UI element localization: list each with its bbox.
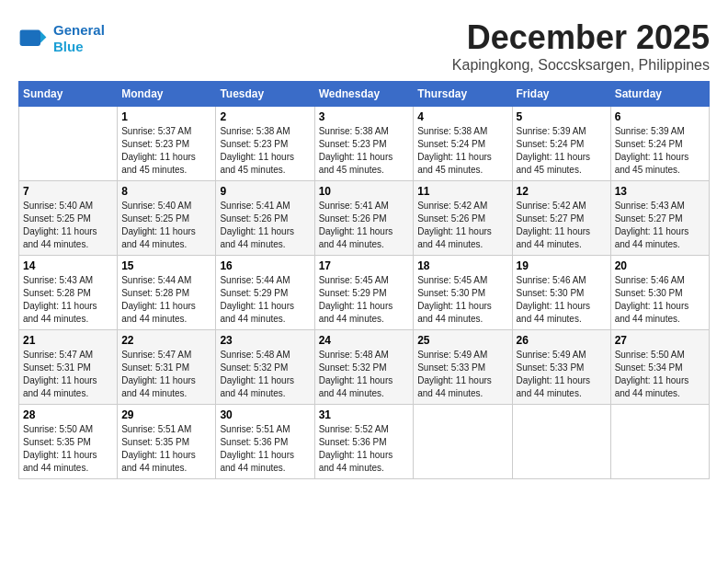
- day-info: Sunrise: 5:44 AM Sunset: 5:28 PM Dayligh…: [121, 274, 211, 326]
- day-number: 23: [220, 334, 310, 347]
- calendar-cell: 20Sunrise: 5:46 AM Sunset: 5:30 PM Dayli…: [610, 256, 709, 330]
- day-info: Sunrise: 5:38 AM Sunset: 5:23 PM Dayligh…: [319, 125, 410, 177]
- day-number: 5: [517, 110, 607, 123]
- day-number: 6: [615, 110, 705, 123]
- day-info: Sunrise: 5:43 AM Sunset: 5:28 PM Dayligh…: [23, 274, 113, 326]
- calendar-week-row: 1Sunrise: 5:37 AM Sunset: 5:23 PM Daylig…: [19, 107, 710, 181]
- calendar-cell: 15Sunrise: 5:44 AM Sunset: 5:28 PM Dayli…: [118, 256, 216, 330]
- calendar-day-header: Saturday: [610, 82, 709, 107]
- day-info: Sunrise: 5:50 AM Sunset: 5:35 PM Dayligh…: [23, 423, 113, 475]
- calendar-cell: 22Sunrise: 5:47 AM Sunset: 5:31 PM Dayli…: [118, 330, 216, 405]
- day-info: Sunrise: 5:49 AM Sunset: 5:33 PM Dayligh…: [517, 349, 607, 400]
- day-number: 13: [615, 185, 705, 198]
- calendar-cell: 2Sunrise: 5:38 AM Sunset: 5:23 PM Daylig…: [216, 107, 314, 181]
- day-number: 27: [615, 334, 705, 347]
- calendar-cell: 14Sunrise: 5:43 AM Sunset: 5:28 PM Dayli…: [19, 256, 118, 330]
- day-number: 12: [517, 185, 607, 198]
- day-number: 29: [121, 408, 211, 421]
- calendar-header-row: SundayMondayTuesdayWednesdayThursdayFrid…: [19, 82, 710, 107]
- day-info: Sunrise: 5:40 AM Sunset: 5:25 PM Dayligh…: [23, 200, 113, 251]
- day-number: 4: [417, 110, 507, 123]
- day-number: 16: [220, 259, 310, 272]
- day-number: 20: [615, 259, 705, 272]
- day-info: Sunrise: 5:39 AM Sunset: 5:24 PM Dayligh…: [517, 125, 607, 177]
- day-number: 28: [23, 408, 113, 421]
- day-info: Sunrise: 5:41 AM Sunset: 5:26 PM Dayligh…: [319, 200, 410, 251]
- calendar-cell: 8Sunrise: 5:40 AM Sunset: 5:25 PM Daylig…: [118, 181, 216, 256]
- main-title: December 2025: [452, 18, 710, 57]
- day-info: Sunrise: 5:45 AM Sunset: 5:29 PM Dayligh…: [319, 274, 410, 326]
- svg-rect-0: [20, 29, 40, 46]
- calendar-cell: 1Sunrise: 5:37 AM Sunset: 5:23 PM Daylig…: [118, 107, 216, 181]
- day-number: 18: [417, 259, 507, 272]
- calendar-cell: [512, 405, 610, 479]
- day-info: Sunrise: 5:39 AM Sunset: 5:24 PM Dayligh…: [615, 125, 705, 177]
- day-info: Sunrise: 5:51 AM Sunset: 5:36 PM Dayligh…: [220, 423, 310, 475]
- day-number: 22: [121, 334, 211, 347]
- day-info: Sunrise: 5:46 AM Sunset: 5:30 PM Dayligh…: [517, 274, 607, 326]
- logo: General Blue: [18, 22, 105, 55]
- day-number: 19: [517, 259, 607, 272]
- svg-marker-1: [40, 31, 46, 43]
- calendar-cell: 7Sunrise: 5:40 AM Sunset: 5:25 PM Daylig…: [19, 181, 118, 256]
- calendar-week-row: 28Sunrise: 5:50 AM Sunset: 5:35 PM Dayli…: [19, 405, 710, 479]
- day-number: 8: [121, 185, 211, 198]
- calendar-cell: 3Sunrise: 5:38 AM Sunset: 5:23 PM Daylig…: [314, 107, 414, 181]
- calendar-cell: 23Sunrise: 5:48 AM Sunset: 5:32 PM Dayli…: [216, 330, 314, 405]
- calendar-day-header: Monday: [118, 82, 216, 107]
- calendar-week-row: 7Sunrise: 5:40 AM Sunset: 5:25 PM Daylig…: [19, 181, 710, 256]
- day-number: 11: [417, 185, 507, 198]
- day-number: 1: [121, 110, 211, 123]
- day-info: Sunrise: 5:42 AM Sunset: 5:26 PM Dayligh…: [417, 200, 507, 251]
- calendar-cell: 27Sunrise: 5:50 AM Sunset: 5:34 PM Dayli…: [610, 330, 709, 405]
- calendar-cell: [610, 405, 709, 479]
- day-number: 10: [319, 185, 410, 198]
- calendar-cell: 19Sunrise: 5:46 AM Sunset: 5:30 PM Dayli…: [512, 256, 610, 330]
- day-info: Sunrise: 5:46 AM Sunset: 5:30 PM Dayligh…: [615, 274, 705, 326]
- day-info: Sunrise: 5:51 AM Sunset: 5:35 PM Dayligh…: [121, 423, 211, 475]
- calendar-cell: 29Sunrise: 5:51 AM Sunset: 5:35 PM Dayli…: [118, 405, 216, 479]
- calendar-cell: 18Sunrise: 5:45 AM Sunset: 5:30 PM Dayli…: [414, 256, 512, 330]
- calendar-cell: 21Sunrise: 5:47 AM Sunset: 5:31 PM Dayli…: [19, 330, 118, 405]
- day-info: Sunrise: 5:48 AM Sunset: 5:32 PM Dayligh…: [319, 349, 410, 400]
- day-info: Sunrise: 5:50 AM Sunset: 5:34 PM Dayligh…: [615, 349, 705, 400]
- title-block: December 2025 Kapingkong, Soccsksargen, …: [452, 18, 710, 74]
- calendar-table: SundayMondayTuesdayWednesdayThursdayFrid…: [18, 81, 710, 479]
- day-info: Sunrise: 5:43 AM Sunset: 5:27 PM Dayligh…: [615, 200, 705, 251]
- day-number: 15: [121, 259, 211, 272]
- calendar-cell: 30Sunrise: 5:51 AM Sunset: 5:36 PM Dayli…: [216, 405, 314, 479]
- calendar-cell: 16Sunrise: 5:44 AM Sunset: 5:29 PM Dayli…: [216, 256, 314, 330]
- day-info: Sunrise: 5:38 AM Sunset: 5:23 PM Dayligh…: [220, 125, 310, 177]
- day-info: Sunrise: 5:40 AM Sunset: 5:25 PM Dayligh…: [121, 200, 211, 251]
- calendar-cell: 24Sunrise: 5:48 AM Sunset: 5:32 PM Dayli…: [314, 330, 414, 405]
- day-number: 2: [220, 110, 310, 123]
- calendar-week-row: 21Sunrise: 5:47 AM Sunset: 5:31 PM Dayli…: [19, 330, 710, 405]
- calendar-cell: [414, 405, 512, 479]
- calendar-cell: 25Sunrise: 5:49 AM Sunset: 5:33 PM Dayli…: [414, 330, 512, 405]
- calendar-day-header: Tuesday: [216, 82, 314, 107]
- day-number: 24: [319, 334, 410, 347]
- calendar-cell: 28Sunrise: 5:50 AM Sunset: 5:35 PM Dayli…: [19, 405, 118, 479]
- day-info: Sunrise: 5:41 AM Sunset: 5:26 PM Dayligh…: [220, 200, 310, 251]
- day-info: Sunrise: 5:49 AM Sunset: 5:33 PM Dayligh…: [417, 349, 507, 400]
- day-number: 14: [23, 259, 113, 272]
- calendar-cell: 4Sunrise: 5:38 AM Sunset: 5:24 PM Daylig…: [414, 107, 512, 181]
- day-number: 17: [319, 259, 410, 272]
- calendar-week-row: 14Sunrise: 5:43 AM Sunset: 5:28 PM Dayli…: [19, 256, 710, 330]
- calendar-cell: 11Sunrise: 5:42 AM Sunset: 5:26 PM Dayli…: [414, 181, 512, 256]
- day-number: 31: [319, 408, 410, 421]
- calendar-day-header: Sunday: [19, 82, 118, 107]
- logo-text: General Blue: [53, 22, 105, 55]
- calendar-cell: 10Sunrise: 5:41 AM Sunset: 5:26 PM Dayli…: [314, 181, 414, 256]
- day-info: Sunrise: 5:44 AM Sunset: 5:29 PM Dayligh…: [220, 274, 310, 326]
- calendar-day-header: Thursday: [414, 82, 512, 107]
- subtitle: Kapingkong, Soccsksargen, Philippines: [452, 57, 710, 74]
- calendar-cell: [19, 107, 118, 181]
- day-info: Sunrise: 5:47 AM Sunset: 5:31 PM Dayligh…: [121, 349, 211, 400]
- day-info: Sunrise: 5:48 AM Sunset: 5:32 PM Dayligh…: [220, 349, 310, 400]
- day-info: Sunrise: 5:42 AM Sunset: 5:27 PM Dayligh…: [517, 200, 607, 251]
- calendar-day-header: Wednesday: [314, 82, 414, 107]
- calendar-cell: 31Sunrise: 5:52 AM Sunset: 5:36 PM Dayli…: [314, 405, 414, 479]
- calendar-cell: 17Sunrise: 5:45 AM Sunset: 5:29 PM Dayli…: [314, 256, 414, 330]
- day-info: Sunrise: 5:47 AM Sunset: 5:31 PM Dayligh…: [23, 349, 113, 400]
